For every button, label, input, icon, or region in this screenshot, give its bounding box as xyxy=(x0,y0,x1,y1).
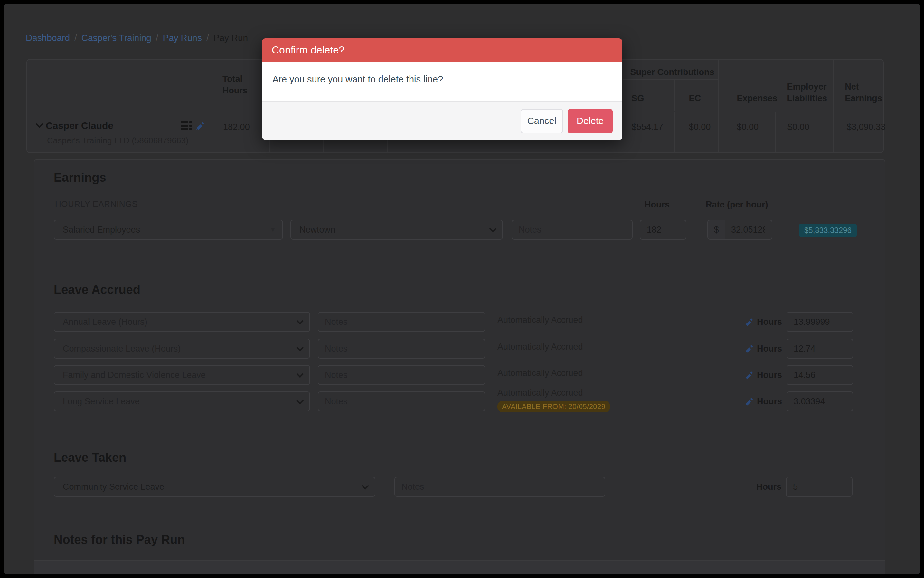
leave-hours-input[interactable] xyxy=(786,312,853,332)
chevron-down-icon xyxy=(296,344,304,352)
auto-accrued-label: Automatically Accrued xyxy=(497,315,583,325)
pay-category-dropdown[interactable]: Salaried Employees ▾ xyxy=(54,220,283,240)
location-select[interactable]: Newtown xyxy=(290,220,503,240)
col-group-super-contributions: Super Contributions SG EC xyxy=(623,60,718,112)
breadcrumb-current: Pay Run xyxy=(214,32,248,44)
col-header-employer-liabilities: Employer Liabilities xyxy=(775,60,833,112)
rate-input[interactable] xyxy=(725,220,772,240)
earnings-heading: Earnings xyxy=(54,171,106,185)
auto-accrued-label: Automatically Accrued xyxy=(497,368,583,378)
cell-employer-liabilities: $0.00 xyxy=(775,112,833,153)
leave-hours-label: Hours xyxy=(757,370,782,380)
edit-pencil-icon[interactable] xyxy=(745,344,754,353)
edit-pencil-icon[interactable] xyxy=(196,121,205,130)
leave-hours-input[interactable] xyxy=(786,391,853,411)
edit-pencil-icon[interactable] xyxy=(745,317,754,326)
leave-type-select[interactable]: Long Service Leave xyxy=(54,391,310,411)
cell-ec: $0.00 xyxy=(674,112,718,153)
employer-name: Casper's Training LTD (58606879663) xyxy=(47,136,205,146)
leave-hours-label: Hours xyxy=(757,317,782,327)
pay-details-list-icon[interactable] xyxy=(181,121,192,130)
breadcrumb-separator: / xyxy=(206,32,209,44)
leave-type-select[interactable]: Annual Leave (Hours) xyxy=(54,312,310,332)
hourly-earnings-label: HOURLY EARNINGS xyxy=(55,199,138,209)
auto-accrued-label: Automatically Accrued xyxy=(497,388,583,398)
earnings-hours-label: Hours xyxy=(644,200,670,210)
chevron-down-icon xyxy=(296,317,304,325)
pay-run-page: Dashboard / Casper's Training / Pay Runs… xyxy=(4,4,920,574)
pay-run-notes-area[interactable] xyxy=(34,560,885,574)
leave-taken-type-select[interactable]: Community Service Leave xyxy=(54,477,375,497)
caret-down-icon: ▾ xyxy=(271,226,275,234)
col-header-expenses: Expenses xyxy=(718,60,775,112)
confirm-delete-modal: Confirm delete? Are you sure you want to… xyxy=(262,38,622,140)
leave-taken-notes-input[interactable] xyxy=(394,477,605,497)
pay-run-notes-heading: Notes for this Pay Run xyxy=(54,533,185,547)
cell-sg: $554.17 xyxy=(623,112,674,153)
breadcrumb-dashboard[interactable]: Dashboard xyxy=(26,32,70,44)
chevron-down-icon xyxy=(362,482,369,490)
leave-hours-input[interactable] xyxy=(786,339,853,359)
leave-notes-input[interactable] xyxy=(318,312,485,332)
leave-notes-input[interactable] xyxy=(318,391,485,411)
chevron-down-icon xyxy=(296,397,304,404)
leave-hours-label: Hours xyxy=(757,396,782,407)
cell-expenses: $0.00 xyxy=(718,112,775,153)
chevron-down-icon xyxy=(296,370,304,378)
currency-addon: $ xyxy=(707,220,725,240)
leave-accrued-heading: Leave Accrued xyxy=(54,283,140,297)
edit-pencil-icon[interactable] xyxy=(745,370,754,380)
earnings-rate-label: Rate (per hour) xyxy=(706,200,768,210)
leave-notes-input[interactable] xyxy=(318,339,485,359)
leave-notes-input[interactable] xyxy=(318,365,485,385)
col-header-super-contributions: Super Contributions xyxy=(623,60,718,80)
leave-taken-hours-input[interactable] xyxy=(786,477,853,497)
leave-taken-hours-label: Hours xyxy=(756,482,782,492)
leave-taken-heading: Leave Taken xyxy=(54,451,126,464)
cell-net-earnings: $3,090.33 xyxy=(833,112,883,153)
col-header-net-earnings: Net Earnings xyxy=(833,60,883,112)
edit-pencil-icon[interactable] xyxy=(745,397,754,406)
earnings-hours-input[interactable] xyxy=(640,220,686,240)
earnings-total-badge: $5,833.33296 xyxy=(799,224,857,237)
employee-name: Casper Claude xyxy=(46,120,113,131)
modal-footer: Cancel Delete xyxy=(262,101,622,140)
earnings-notes-input[interactable] xyxy=(511,220,633,240)
delete-button[interactable]: Delete xyxy=(568,109,613,133)
leave-type-select[interactable]: Compassionate Leave (Hours) xyxy=(54,339,310,359)
col-header-ec: EC xyxy=(674,80,718,111)
leave-hours-input[interactable] xyxy=(786,365,853,385)
leave-type-select[interactable]: Family and Domestic Violence Leave xyxy=(54,365,310,385)
row-expander-chevron-down-icon[interactable] xyxy=(36,122,44,130)
cancel-button[interactable]: Cancel xyxy=(521,109,563,133)
col-header-total-hours: Total Hours xyxy=(213,60,269,112)
modal-message: Are you sure you want to delete this lin… xyxy=(262,62,622,101)
available-from-badge: AVAILABLE FROM: 20/05/2029 xyxy=(497,401,610,412)
col-header-sg: SG xyxy=(623,80,674,111)
breadcrumb-separator: / xyxy=(156,32,159,44)
breadcrumb: Dashboard / Casper's Training / Pay Runs… xyxy=(26,32,248,44)
leave-hours-label: Hours xyxy=(757,344,782,354)
breadcrumb-business[interactable]: Casper's Training xyxy=(81,32,151,44)
breadcrumb-pay-runs[interactable]: Pay Runs xyxy=(163,32,202,44)
pay-run-detail-panel: Earnings HOURLY EARNINGS Hours Rate (per… xyxy=(34,159,885,574)
chevron-down-icon xyxy=(489,225,497,233)
cell-total-hours: 182.00 xyxy=(213,112,269,153)
auto-accrued-label: Automatically Accrued xyxy=(497,342,583,352)
breadcrumb-separator: / xyxy=(74,32,77,44)
modal-title: Confirm delete? xyxy=(262,38,622,62)
